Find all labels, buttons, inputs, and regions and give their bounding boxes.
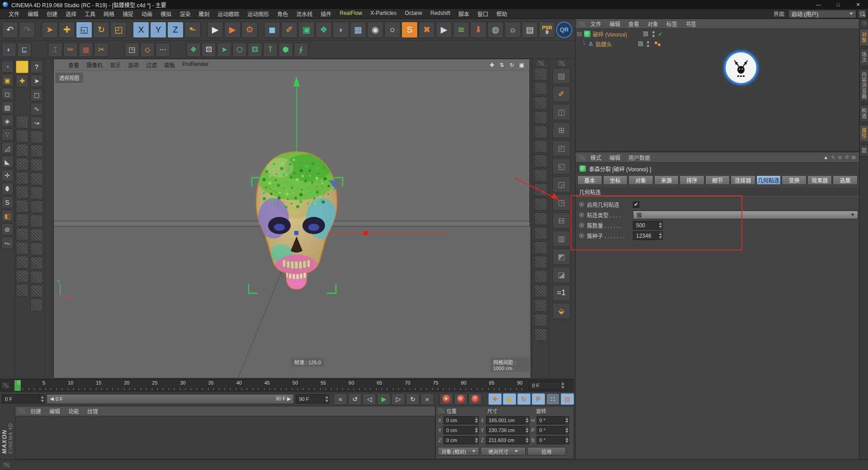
- palette-tile-icon[interactable]: [534, 68, 547, 80]
- keyframe-radio-icon[interactable]: [579, 223, 584, 228]
- viewport[interactable]: 查看摄像机显示选项过滤面板ProRender ✚⇅↻▣ 透视视图: [53, 59, 530, 377]
- object-row-voronoi[interactable]: 破碎 (Voronoi) ✓: [576, 29, 859, 39]
- rotation-field[interactable]: 0 °: [537, 436, 569, 444]
- realflow-icon[interactable]: ≋: [453, 22, 469, 38]
- viewport-menu-item[interactable]: 过滤: [142, 61, 160, 69]
- attribute-tab[interactable]: 来源: [654, 175, 679, 185]
- texture-mode-icon[interactable]: ▨: [1, 101, 14, 113]
- boole-icon[interactable]: ◪: [552, 267, 571, 283]
- rotation-field[interactable]: 0 °: [537, 416, 569, 424]
- lock-z-icon[interactable]: Z: [167, 22, 184, 38]
- glue-type-dropdown[interactable]: 簇: [633, 211, 858, 219]
- visibility-dots-icon[interactable]: [651, 31, 655, 37]
- stepper-icon[interactable]: [324, 395, 329, 403]
- size-mode-dropdown[interactable]: 绝对尺寸: [481, 447, 526, 456]
- axis-cube-icon[interactable]: ⊞: [552, 122, 571, 138]
- position-field[interactable]: 0 cm: [443, 426, 479, 434]
- vertical-tab[interactable]: 场次: [859, 49, 868, 66]
- vertical-tab[interactable]: 层: [859, 145, 868, 156]
- attribute-tab[interactable]: 变换: [782, 175, 807, 185]
- grid-dots-icon[interactable]: ⋯: [156, 42, 170, 57]
- zoom-view-icon[interactable]: ⇅: [498, 61, 506, 69]
- palette-tile-icon[interactable]: [16, 256, 28, 268]
- polygons-mode-icon[interactable]: ◣: [1, 155, 14, 168]
- menu-item[interactable]: 捕捉: [118, 10, 137, 18]
- green-arrow-icon[interactable]: ➤: [217, 42, 231, 57]
- maximize-button[interactable]: □: [828, 0, 848, 9]
- toggle-pla-button[interactable]: ∷: [546, 393, 560, 405]
- menu-item[interactable]: 网格: [99, 10, 118, 18]
- attr-menu-item[interactable]: 用户数据: [624, 154, 654, 161]
- timeline-range-slider[interactable]: ◀ 0 F 90 F ▶: [47, 394, 294, 404]
- palette-tile-icon[interactable]: [30, 229, 43, 241]
- realflow-tag-icon[interactable]: [655, 42, 660, 46]
- extrude-icon[interactable]: ◳: [552, 194, 571, 211]
- palette-tile-icon[interactable]: [16, 116, 28, 128]
- drag-grip-icon[interactable]: [18, 409, 25, 414]
- magnet-icon[interactable]: ◰: [552, 140, 571, 156]
- add-swatch-icon[interactable]: ✚: [16, 75, 28, 87]
- lock-y-icon[interactable]: Y: [150, 22, 166, 38]
- menu-item[interactable]: 流水线: [292, 10, 316, 18]
- render-settings-icon[interactable]: ⚙: [241, 22, 258, 38]
- clapper-icon[interactable]: ▶: [436, 22, 452, 38]
- goto-end-button[interactable]: »: [420, 393, 434, 405]
- quick-render-icon[interactable]: QR: [556, 22, 572, 38]
- coord-mode-dropdown[interactable]: 对象 (相对): [438, 447, 479, 456]
- keyframe-radio-icon[interactable]: [579, 233, 584, 238]
- palette-tile-icon[interactable]: [16, 144, 28, 156]
- palette-tile-icon[interactable]: [16, 270, 28, 282]
- render-region-icon[interactable]: ◔: [1, 61, 14, 73]
- last-tool-icon[interactable]: ◰: [110, 22, 127, 38]
- enabled-check-icon[interactable]: ✓: [658, 31, 663, 38]
- palette-tile-icon[interactable]: [534, 111, 547, 124]
- help-icon[interactable]: ?: [30, 61, 43, 73]
- palette-tile-icon[interactable]: [534, 212, 547, 225]
- camera-icon[interactable]: ◉: [367, 22, 383, 38]
- viewport-menu-item[interactable]: ProRender: [179, 61, 212, 69]
- brush-points-icon[interactable]: ✏: [63, 42, 78, 57]
- palette-tile-icon[interactable]: [16, 172, 28, 184]
- attribute-tab[interactable]: 效果器: [807, 175, 832, 185]
- spline-field-icon[interactable]: ☼: [505, 22, 521, 38]
- axis-mode-icon[interactable]: ✛: [1, 169, 14, 181]
- timeline-ruler[interactable]: 051015202530354045505560657075808590: [14, 379, 525, 391]
- spiral-icon[interactable]: ∮: [294, 42, 308, 57]
- menu-item[interactable]: 角色: [273, 10, 292, 18]
- stepper-icon[interactable]: [474, 417, 478, 424]
- light-icon[interactable]: ○: [384, 22, 401, 38]
- object-name[interactable]: 骷髅头: [596, 40, 612, 48]
- end-frame-field[interactable]: 90 F: [296, 395, 329, 404]
- stepper-icon[interactable]: [564, 437, 569, 444]
- palette-tile-icon[interactable]: [534, 82, 547, 95]
- menu-item[interactable]: 插件: [316, 10, 335, 18]
- palette-tile-icon[interactable]: [30, 257, 43, 269]
- vertical-tab[interactable]: 属性: [859, 125, 868, 142]
- play-button[interactable]: ▶: [377, 393, 391, 405]
- palette-tile-icon[interactable]: [16, 284, 28, 296]
- ruler-end-field[interactable]: 0 F: [529, 381, 565, 390]
- lod-icon[interactable]: =1: [552, 285, 571, 301]
- palette-tile-icon[interactable]: [534, 256, 547, 268]
- palette-tile-icon[interactable]: [534, 328, 547, 341]
- attr-pin-icon[interactable]: ✎: [831, 155, 835, 160]
- color-swatch-icon[interactable]: [16, 61, 28, 73]
- stepper-icon[interactable]: [524, 417, 529, 424]
- viewport-solo-icon[interactable]: S: [1, 196, 14, 208]
- sky-icon[interactable]: S: [401, 22, 418, 38]
- object-name[interactable]: 破碎 (Voronoi): [593, 30, 627, 38]
- attr-newpanel-icon[interactable]: ⊞: [852, 155, 856, 160]
- spline-a-icon[interactable]: ∿: [30, 103, 43, 115]
- prev-frame-button[interactable]: ◁: [363, 393, 376, 405]
- palette-tile-icon[interactable]: [30, 187, 43, 199]
- viewport-menu-item[interactable]: 查看: [65, 61, 83, 69]
- toggle-parameter-button[interactable]: P: [532, 393, 545, 405]
- keyframe-radio-icon[interactable]: [579, 202, 584, 207]
- menu-item[interactable]: 动画: [137, 10, 156, 18]
- drag-grip-icon[interactable]: [2, 383, 9, 388]
- next-frame-button[interactable]: ▷: [392, 393, 405, 405]
- menu-item[interactable]: 运动图形: [243, 10, 273, 18]
- palette-tile-icon[interactable]: [30, 159, 43, 171]
- cluster-seed-field[interactable]: 12346: [633, 231, 663, 240]
- settings-cube-icon[interactable]: ⬙: [552, 303, 571, 319]
